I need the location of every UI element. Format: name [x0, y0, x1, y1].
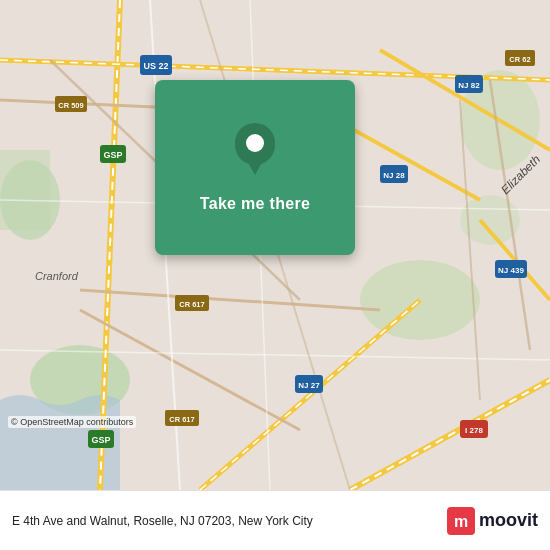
svg-text:NJ 439: NJ 439: [498, 266, 524, 275]
location-pin-icon: [231, 123, 279, 179]
moovit-logo: m moovit: [447, 507, 538, 535]
svg-text:CR 617: CR 617: [179, 300, 204, 309]
bottom-bar: E 4th Ave and Walnut, Roselle, NJ 07203,…: [0, 490, 550, 550]
svg-text:NJ 28: NJ 28: [383, 171, 405, 180]
take-me-there-card[interactable]: Take me there: [155, 80, 355, 255]
svg-marker-58: [245, 157, 265, 175]
svg-text:CR 509: CR 509: [58, 101, 83, 110]
moovit-icon: m: [447, 507, 475, 535]
svg-text:m: m: [454, 513, 468, 530]
svg-text:Cranford: Cranford: [35, 270, 79, 282]
svg-text:NJ 27: NJ 27: [298, 381, 320, 390]
svg-text:GSP: GSP: [103, 150, 122, 160]
moovit-brand-text: moovit: [479, 510, 538, 531]
svg-text:US 22: US 22: [143, 61, 168, 71]
svg-text:CR 617: CR 617: [169, 415, 194, 424]
svg-text:NJ 82: NJ 82: [458, 81, 480, 90]
osm-attribution: © OpenStreetMap contributors: [8, 416, 136, 428]
map-container: US 22 NJ 82 CR 509 GSP NJ 28 Cranford CR…: [0, 0, 550, 490]
svg-text:GSP: GSP: [91, 435, 110, 445]
address-text: E 4th Ave and Walnut, Roselle, NJ 07203,…: [12, 514, 313, 528]
take-me-there-label: Take me there: [200, 195, 310, 213]
svg-point-57: [246, 134, 264, 152]
svg-rect-5: [0, 150, 50, 230]
svg-text:CR 62: CR 62: [509, 55, 530, 64]
svg-text:I 278: I 278: [465, 426, 483, 435]
address-section: E 4th Ave and Walnut, Roselle, NJ 07203,…: [12, 511, 435, 530]
